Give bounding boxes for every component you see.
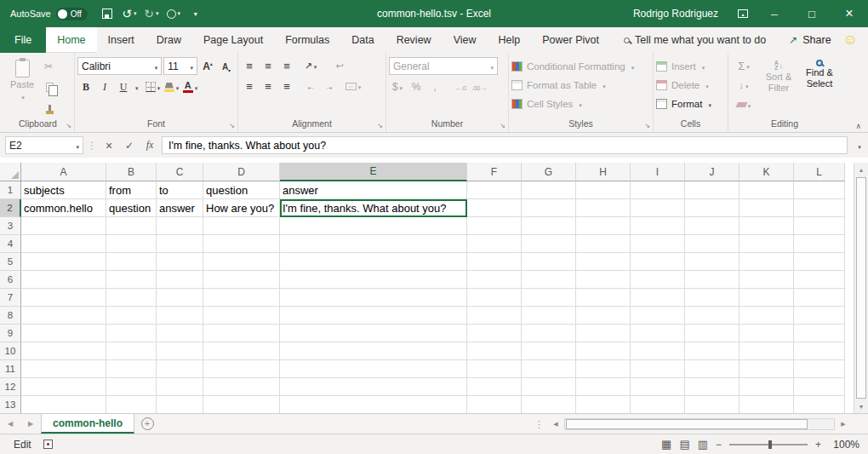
cell-H1[interactable] <box>576 181 631 199</box>
font-dialog-launcher[interactable] <box>229 122 235 129</box>
cell-I10[interactable] <box>631 342 685 360</box>
zoom-slider-thumb[interactable] <box>768 440 772 449</box>
cell-G12[interactable] <box>522 378 576 396</box>
conditional-formatting-button[interactable]: Conditional Formatting <box>511 57 650 75</box>
cell-B3[interactable] <box>106 217 157 235</box>
cell-B9[interactable] <box>106 325 157 342</box>
fill-color-button[interactable] <box>163 78 180 95</box>
column-header-B[interactable]: B <box>106 163 157 181</box>
row-header-2[interactable]: 2 <box>0 199 21 217</box>
macro-record-button[interactable] <box>43 440 53 449</box>
column-header-A[interactable]: A <box>21 163 106 181</box>
cell-E12[interactable] <box>280 378 467 396</box>
cell-H8[interactable] <box>576 307 631 325</box>
cell-B8[interactable] <box>106 307 157 325</box>
cell-L6[interactable] <box>794 271 845 289</box>
cell-G10[interactable] <box>522 342 576 360</box>
format-painter-button[interactable] <box>40 99 57 116</box>
cell-H12[interactable] <box>576 378 631 396</box>
cell-H13[interactable] <box>576 396 631 413</box>
zoom-slider[interactable] <box>729 444 808 445</box>
cell-B5[interactable] <box>106 253 157 271</box>
tab-file[interactable]: File <box>0 27 46 53</box>
cell-A3[interactable] <box>21 217 106 235</box>
alignment-dialog-launcher[interactable] <box>377 122 383 129</box>
cell-E9[interactable] <box>280 325 467 342</box>
cell-A1[interactable]: subjects <box>21 181 106 199</box>
sort-filter-button[interactable]: Sort & Filter <box>760 55 797 118</box>
cell-H11[interactable] <box>576 360 631 378</box>
cell-C3[interactable] <box>157 217 203 235</box>
row-header-13[interactable]: 13 <box>0 396 21 413</box>
cell-D12[interactable] <box>203 378 280 396</box>
cell-A13[interactable] <box>21 396 106 413</box>
cell-D1[interactable]: question <box>203 181 280 199</box>
align-right-button[interactable] <box>278 78 295 95</box>
decrease-font-size-button[interactable] <box>218 58 235 75</box>
cancel-entry-button[interactable] <box>100 137 117 154</box>
cell-G9[interactable] <box>522 325 576 342</box>
delete-cells-button[interactable]: Delete <box>656 76 725 94</box>
autosave-control[interactable]: AutoSave Off <box>0 8 96 20</box>
cell-C10[interactable] <box>157 342 203 360</box>
cell-C4[interactable] <box>157 235 203 253</box>
cell-H9[interactable] <box>576 325 631 342</box>
italic-button[interactable]: I <box>96 78 113 95</box>
cell-F7[interactable] <box>467 289 522 307</box>
cell-B11[interactable] <box>106 360 157 378</box>
cell-J12[interactable] <box>685 378 740 396</box>
formula-bar-splitter[interactable] <box>87 140 97 152</box>
tab-data[interactable]: Data <box>340 27 385 53</box>
cell-L13[interactable] <box>794 396 845 413</box>
cell-J9[interactable] <box>685 325 740 342</box>
cell-I3[interactable] <box>631 217 685 235</box>
column-header-J[interactable]: J <box>685 163 740 181</box>
cell-F1[interactable] <box>467 181 522 199</box>
borders-button[interactable] <box>145 78 162 95</box>
cell-L1[interactable] <box>794 181 845 199</box>
cell-B10[interactable] <box>106 342 157 360</box>
cell-B12[interactable] <box>106 378 157 396</box>
formula-input[interactable]: I'm fine, thanks. What about you? <box>162 136 848 154</box>
cell-E3[interactable] <box>280 217 467 235</box>
normal-view-button[interactable] <box>661 438 671 451</box>
cell-K2[interactable] <box>740 199 794 217</box>
cell-L12[interactable] <box>794 378 845 396</box>
cell-E6[interactable] <box>280 271 467 289</box>
cell-A8[interactable] <box>21 307 106 325</box>
zoom-in-button[interactable] <box>815 439 821 451</box>
bold-button[interactable]: B <box>77 78 94 95</box>
cell-K6[interactable] <box>740 271 794 289</box>
cell-C5[interactable] <box>157 253 203 271</box>
cell-G5[interactable] <box>522 253 576 271</box>
cell-D9[interactable] <box>203 325 280 342</box>
cell-D11[interactable] <box>203 360 280 378</box>
cell-G1[interactable] <box>522 181 576 199</box>
styles-dialog-launcher[interactable] <box>644 122 650 129</box>
cell-J4[interactable] <box>685 235 740 253</box>
cell-B7[interactable] <box>106 289 157 307</box>
cell-L11[interactable] <box>794 360 845 378</box>
cell-J7[interactable] <box>685 289 740 307</box>
increase-font-size-button[interactable] <box>199 58 216 75</box>
cell-E1[interactable]: answer <box>280 181 467 199</box>
close-button[interactable] <box>831 0 868 27</box>
page-layout-view-button[interactable] <box>679 438 689 451</box>
name-box-dropdown-arrow[interactable] <box>74 140 79 152</box>
cell-K13[interactable] <box>740 396 794 413</box>
cell-F10[interactable] <box>467 342 522 360</box>
cell-J6[interactable] <box>685 271 740 289</box>
decrease-indent-button[interactable] <box>302 78 319 95</box>
cell-L9[interactable] <box>794 325 845 342</box>
cell-F11[interactable] <box>467 360 522 378</box>
zoom-out-button[interactable] <box>716 439 722 451</box>
increase-indent-button[interactable] <box>321 78 338 95</box>
cell-F6[interactable] <box>467 271 522 289</box>
tab-formulas[interactable]: Formulas <box>274 27 340 53</box>
cell-C7[interactable] <box>157 289 203 307</box>
orientation-button[interactable] <box>302 57 319 74</box>
cell-D6[interactable] <box>203 271 280 289</box>
touch-mouse-mode-button[interactable] <box>163 2 185 26</box>
row-header-1[interactable]: 1 <box>0 181 21 199</box>
cell-H3[interactable] <box>576 217 631 235</box>
